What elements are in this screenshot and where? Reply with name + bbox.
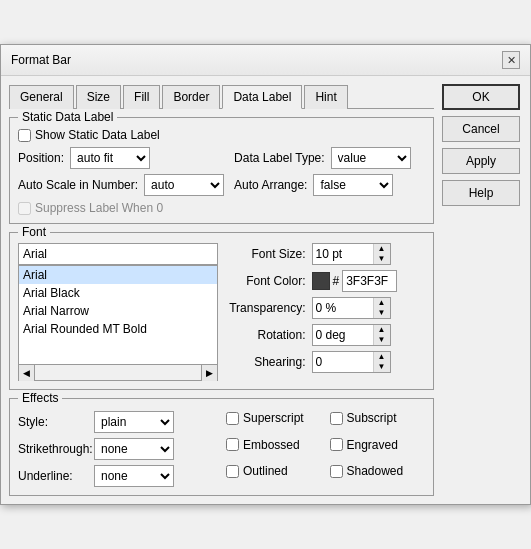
shearing-row: Shearing: ▲ ▼: [226, 351, 426, 373]
tab-hint[interactable]: Hint: [304, 85, 347, 109]
left-panel: General Size Fill Border Data Label Hint…: [9, 84, 434, 496]
shadowed-item: Shadowed: [330, 464, 426, 478]
transparency-label: Transparency:: [226, 301, 306, 315]
rotation-input[interactable]: [313, 325, 373, 345]
tab-content: Static Data Label Show Static Data Label…: [9, 117, 434, 496]
font-size-spinner[interactable]: ▲ ▼: [312, 243, 391, 265]
font-size-input[interactable]: [313, 244, 373, 264]
position-label: Position:: [18, 151, 64, 165]
tab-data-label[interactable]: Data Label: [222, 85, 302, 109]
transparency-input[interactable]: [313, 298, 373, 318]
font-controls: Arial Arial Black Arial Narrow Arial Rou…: [18, 243, 425, 381]
engraved-item: Engraved: [330, 438, 426, 452]
font-color-swatch[interactable]: [312, 272, 330, 290]
font-properties: Font Size: ▲ ▼: [226, 243, 426, 381]
rotation-down-btn[interactable]: ▼: [374, 335, 390, 345]
effects-right-col: Superscript Subscript Embossed: [226, 411, 425, 487]
rotation-row: Rotation: ▲ ▼: [226, 324, 426, 346]
show-static-label-checkbox[interactable]: [18, 129, 31, 142]
help-button[interactable]: Help: [442, 180, 520, 206]
position-select[interactable]: auto fit: [70, 147, 150, 169]
data-label-type-select[interactable]: value: [331, 147, 411, 169]
tab-size[interactable]: Size: [76, 85, 121, 109]
superscript-checkbox[interactable]: [226, 412, 239, 425]
font-listbox-wrap: Arial Arial Black Arial Narrow Arial Rou…: [18, 265, 218, 365]
auto-arrange-select[interactable]: false: [313, 174, 393, 196]
cancel-button[interactable]: Cancel: [442, 116, 520, 142]
font-name-input[interactable]: [18, 243, 218, 265]
suppress-label-row: Suppress Label When 0: [18, 201, 425, 215]
outlined-label: Outlined: [243, 464, 288, 478]
transparency-spinner[interactable]: ▲ ▼: [312, 297, 391, 319]
shearing-spinner-btns: ▲ ▼: [373, 352, 390, 372]
shearing-spinner[interactable]: ▲ ▼: [312, 351, 391, 373]
close-button[interactable]: ✕: [502, 51, 520, 69]
effects-content: Style: plain Strikethrough: none: [18, 409, 425, 487]
subscript-item: Subscript: [330, 411, 426, 425]
embossed-item: Embossed: [226, 438, 322, 452]
suppress-label-text: Suppress Label When 0: [35, 201, 163, 215]
sdl-form: Position: auto fit Data Label Type: valu…: [18, 147, 425, 196]
shearing-down-btn[interactable]: ▼: [374, 362, 390, 372]
underline-select[interactable]: none: [94, 465, 174, 487]
outlined-checkbox[interactable]: [226, 465, 239, 478]
style-select[interactable]: plain: [94, 411, 174, 433]
tab-border[interactable]: Border: [162, 85, 220, 109]
rotation-spinner[interactable]: ▲ ▼: [312, 324, 391, 346]
tab-bar: General Size Fill Border Data Label Hint: [9, 84, 434, 109]
outlined-item: Outlined: [226, 464, 322, 478]
tab-fill[interactable]: Fill: [123, 85, 160, 109]
font-list-item-arial-rounded[interactable]: Arial Rounded MT Bold: [19, 320, 217, 338]
font-size-spinner-btns: ▲ ▼: [373, 244, 390, 264]
format-bar-dialog: Format Bar ✕ General Size Fill Border Da…: [0, 44, 531, 505]
hscroll-right-btn[interactable]: ▶: [201, 365, 217, 381]
font-listbox[interactable]: Arial Arial Black Arial Narrow Arial Rou…: [18, 265, 218, 365]
font-group: Font Arial Arial Black Arial Narr: [9, 232, 434, 390]
dialog-body: General Size Fill Border Data Label Hint…: [1, 76, 530, 504]
embossed-label: Embossed: [243, 438, 300, 452]
strikethrough-select[interactable]: none: [94, 438, 174, 460]
static-data-label-group: Static Data Label Show Static Data Label…: [9, 117, 434, 224]
font-list-item-arial-narrow[interactable]: Arial Narrow: [19, 302, 217, 320]
subscript-checkbox[interactable]: [330, 412, 343, 425]
tab-general[interactable]: General: [9, 85, 74, 109]
font-size-down-btn[interactable]: ▼: [374, 254, 390, 264]
font-list-item-arial-black[interactable]: Arial Black: [19, 284, 217, 302]
font-size-label: Font Size:: [226, 247, 306, 261]
data-label-type-label: Data Label Type:: [234, 151, 325, 165]
auto-arrange-label: Auto Arrange:: [234, 178, 307, 192]
suppress-label-checkbox[interactable]: [18, 202, 31, 215]
position-row: Position: auto fit: [18, 147, 224, 169]
font-color-label: Font Color:: [226, 274, 306, 288]
shadowed-checkbox[interactable]: [330, 465, 343, 478]
auto-scale-label: Auto Scale in Number:: [18, 178, 138, 192]
font-size-row: Font Size: ▲ ▼: [226, 243, 426, 265]
font-size-up-btn[interactable]: ▲: [374, 244, 390, 254]
auto-scale-select[interactable]: auto: [144, 174, 224, 196]
strikethrough-row: Strikethrough: none: [18, 438, 218, 460]
transparency-row: Transparency: ▲ ▼: [226, 297, 426, 319]
data-label-type-row: Data Label Type: value: [234, 147, 425, 169]
right-panel: OK Cancel Apply Help: [442, 84, 522, 496]
shearing-up-btn[interactable]: ▲: [374, 352, 390, 362]
underline-row: Underline: none: [18, 465, 218, 487]
transparency-down-btn[interactable]: ▼: [374, 308, 390, 318]
font-color-input[interactable]: [342, 270, 397, 292]
transparency-up-btn[interactable]: ▲: [374, 298, 390, 308]
effects-bottom: Style: plain Strikethrough: none: [18, 411, 425, 487]
rotation-spinner-btns: ▲ ▼: [373, 325, 390, 345]
font-content: Arial Arial Black Arial Narrow Arial Rou…: [18, 243, 425, 381]
static-data-label-content: Show Static Data Label Position: auto fi…: [18, 128, 425, 215]
font-color-hash: #: [333, 274, 340, 288]
font-color-row: Font Color: #: [226, 270, 426, 292]
hscroll-left-btn[interactable]: ◀: [19, 365, 35, 381]
ok-button[interactable]: OK: [442, 84, 520, 110]
font-list-item-arial[interactable]: Arial: [19, 266, 217, 284]
font-color-picker[interactable]: #: [312, 270, 398, 292]
superscript-item: Superscript: [226, 411, 322, 425]
shearing-input[interactable]: [313, 352, 373, 372]
apply-button[interactable]: Apply: [442, 148, 520, 174]
rotation-up-btn[interactable]: ▲: [374, 325, 390, 335]
engraved-checkbox[interactable]: [330, 438, 343, 451]
embossed-checkbox[interactable]: [226, 438, 239, 451]
